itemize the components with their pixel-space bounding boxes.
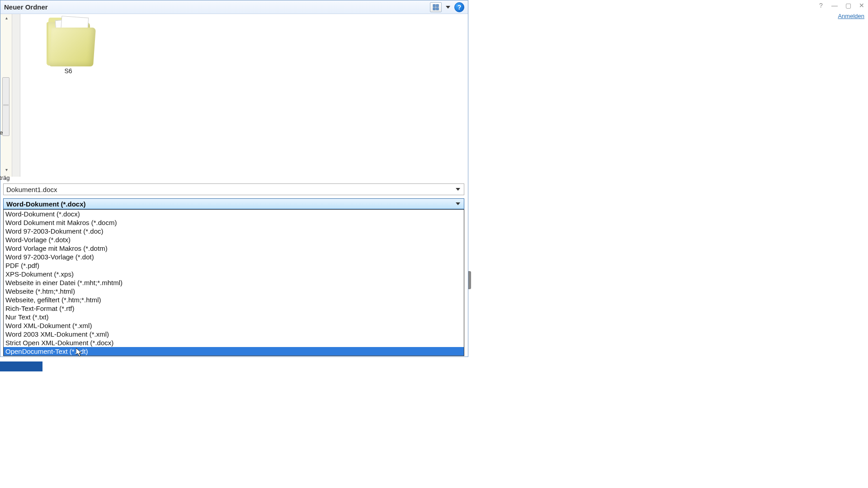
dialog-toolbar: Neuer Ordner ? — [0, 0, 468, 14]
filename-value: Dokument1.docx — [6, 186, 455, 193]
filetype-option[interactable]: Webseite (*.htm;*.html) — [4, 287, 464, 296]
chevron-down-icon — [456, 202, 460, 205]
taskbar-fragment — [0, 361, 42, 371]
filetype-option[interactable]: Word Vorlage mit Makros (*.dotm) — [4, 244, 464, 253]
svg-rect-0 — [433, 5, 435, 7]
folder-icon — [47, 18, 90, 66]
filetype-dropdown-list[interactable]: Word-Dokument (*.docx)Word Dokument mit … — [3, 209, 464, 356]
sign-in-link[interactable]: Anmelden — [838, 13, 864, 19]
filetype-option[interactable]: Word Dokument mit Makros (*.docm) — [4, 218, 464, 227]
change-view-dropdown[interactable] — [444, 2, 452, 12]
folder-item[interactable]: S6 — [37, 18, 100, 75]
svg-rect-2 — [433, 8, 435, 10]
app-close-icon[interactable]: ✕ — [857, 2, 866, 9]
file-list[interactable]: S6 — [20, 14, 468, 177]
folder-name-label: S6 — [37, 67, 100, 75]
views-icon — [433, 4, 439, 10]
filetype-option[interactable]: Word-Dokument (*.docx) — [4, 210, 464, 218]
filetype-option[interactable]: Webseite in einer Datei (*.mht;*.mhtml) — [4, 278, 464, 287]
filename-dropdown-button[interactable] — [455, 186, 461, 192]
chevron-down-icon — [446, 6, 450, 9]
filetype-option[interactable]: Rich-Text-Format (*.rtf) — [4, 304, 464, 313]
scroll-thumb[interactable] — [2, 77, 9, 136]
navigation-pane-scroll: ▴ ▾ — [0, 14, 12, 177]
filetype-option[interactable]: Word 97-2003-Vorlage (*.dot) — [4, 253, 464, 261]
filetype-option[interactable]: Strict Open XML-Dokument (*.docx) — [4, 338, 464, 347]
app-minimize-icon[interactable]: — — [830, 2, 839, 9]
file-browser-pane: ▴ ▾ e träg S6 — [0, 14, 468, 177]
scroll-grip-icon — [3, 104, 9, 106]
save-as-dialog: Neuer Ordner ? ▴ ▾ e träg — [0, 0, 468, 357]
new-folder-button[interactable]: Neuer Ordner — [4, 3, 48, 11]
filetype-option[interactable]: Word 2003 XML-Dokument (*.xml) — [4, 330, 464, 338]
filetype-option[interactable]: Word 97-2003-Dokument (*.doc) — [4, 227, 464, 235]
filetype-option[interactable]: OpenDocument-Text (*.odt) — [4, 347, 464, 356]
scroll-up-button[interactable]: ▴ — [0, 14, 12, 21]
nav-tree-item-partial[interactable]: träg — [0, 174, 13, 181]
filetype-combobox[interactable]: Word-Dokument (*.docx) — [3, 198, 464, 209]
filename-combobox[interactable]: Dokument1.docx — [3, 183, 464, 195]
background-window-edge — [468, 271, 471, 289]
filetype-option[interactable]: PDF (*.pdf) — [4, 261, 464, 270]
filetype-option[interactable]: Nur Text (*.txt) — [4, 313, 464, 321]
filetype-option[interactable]: XPS-Dokument (*.xps) — [4, 270, 464, 278]
app-help-icon[interactable]: ? — [816, 2, 826, 9]
app-restore-icon[interactable]: ▢ — [844, 2, 853, 9]
nav-tree-item-partial[interactable]: e — [0, 129, 13, 136]
scroll-down-button[interactable]: ▾ — [0, 166, 12, 173]
svg-rect-3 — [436, 8, 439, 10]
dialog-help-button[interactable]: ? — [454, 2, 464, 12]
filetype-option[interactable]: Word XML-Dokument (*.xml) — [4, 321, 464, 330]
chevron-down-icon — [456, 188, 460, 191]
filetype-option[interactable]: Webseite, gefiltert (*.htm;*.html) — [4, 296, 464, 304]
svg-rect-1 — [436, 5, 439, 7]
filetype-dropdown-button[interactable] — [455, 201, 461, 207]
filetype-selected-value: Word-Dokument (*.docx) — [6, 200, 455, 208]
change-view-button[interactable] — [430, 2, 442, 12]
navigation-pane-edge — [12, 14, 20, 177]
filetype-option[interactable]: Word-Vorlage (*.dotx) — [4, 235, 464, 244]
